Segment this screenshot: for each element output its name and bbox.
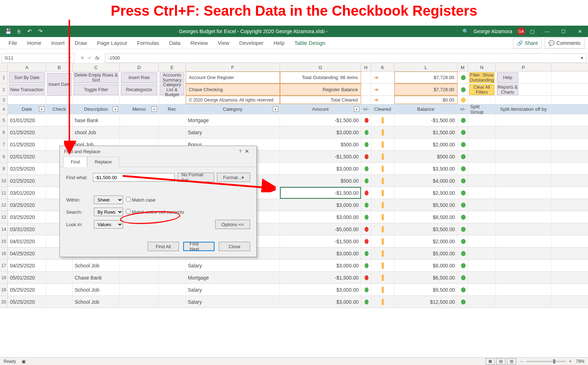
filter-dropdown-icon[interactable]: ▾ (39, 106, 44, 112)
cell-pm2[interactable] (457, 187, 468, 199)
col-header-p[interactable]: P (496, 64, 551, 71)
cell-date[interactable]: 01/01/2020 (8, 114, 46, 126)
help-button[interactable]: Help (497, 72, 518, 83)
cell-date[interactable]: 03/25/2020 (8, 211, 46, 223)
cell-balance[interactable]: $4,000.00 (394, 175, 457, 187)
cell-split-item[interactable] (496, 139, 551, 150)
cell-memo[interactable] (120, 114, 159, 126)
cell-amount[interactable]: $500.00 (280, 139, 361, 150)
row-header[interactable]: 8 (0, 151, 8, 162)
cell-date[interactable]: 02/25/2020 (8, 175, 46, 187)
view-page-break-icon[interactable]: ▥ (507, 358, 516, 365)
cell-split-item[interactable] (496, 163, 551, 174)
col-header-d[interactable]: D (120, 64, 159, 71)
cell-balance[interactable]: $1,500.00 (394, 126, 457, 138)
header-rec[interactable]: Rec (159, 104, 186, 114)
cell-split-group[interactable] (468, 223, 496, 235)
cell-check[interactable] (46, 272, 73, 283)
cell-pm2[interactable] (457, 163, 468, 174)
minimize-button[interactable]: — (539, 26, 555, 37)
cell-split-item[interactable] (496, 114, 551, 126)
cell-pm2[interactable] (457, 114, 468, 126)
col-header-m[interactable]: M (457, 64, 468, 71)
header-split-item[interactable]: Split itemization off by (496, 104, 551, 114)
cell-date[interactable]: 02/01/2020 (8, 151, 46, 162)
recategorize-button[interactable]: Recategorize (121, 84, 157, 95)
cell-description[interactable]: hase Bank (73, 114, 120, 126)
cell-pm[interactable] (361, 260, 371, 271)
insert-row-button[interactable]: Insert Row (121, 72, 157, 83)
header-check[interactable]: Check (46, 104, 73, 114)
cell-balance[interactable]: $8,000.00 (394, 260, 457, 271)
cell-pm[interactable] (361, 126, 371, 138)
cell-split-item[interactable] (496, 223, 551, 235)
cell-split-group[interactable] (468, 139, 496, 150)
comments-button[interactable]: 💬Comments (545, 38, 584, 48)
cell-pm[interactable] (361, 247, 371, 259)
cell-pm2[interactable] (457, 139, 468, 150)
cell-check[interactable] (46, 296, 73, 308)
cell-cleared[interactable] (371, 139, 394, 150)
ribbon-display-icon[interactable]: ▢ (530, 28, 535, 34)
cell-date[interactable]: 04/01/2020 (8, 235, 46, 247)
view-normal-icon[interactable]: ▦ (486, 358, 495, 365)
find-all-button[interactable]: Find All (148, 242, 179, 251)
cell-date[interactable]: 05/01/2020 (8, 272, 46, 283)
row-header[interactable]: 6 (0, 126, 8, 138)
cell-pm2[interactable] (457, 223, 468, 235)
within-select[interactable]: Sheet (94, 195, 123, 204)
cell-split-item[interactable] (496, 284, 551, 296)
tab-review[interactable]: Review (185, 37, 213, 49)
col-header-l[interactable]: L (394, 64, 457, 71)
options-button[interactable]: Options << (215, 220, 250, 229)
tab-replace[interactable]: Replace (87, 157, 119, 167)
cell-description[interactable]: School Job (73, 296, 120, 308)
cell-cleared[interactable] (371, 163, 394, 174)
cell-description[interactable]: Chase Bank (73, 272, 120, 283)
cell-cleared[interactable] (371, 151, 394, 162)
cell-description[interactable]: School Job (73, 260, 120, 271)
cell-cleared[interactable] (371, 126, 394, 138)
col-header-k[interactable]: K (371, 64, 394, 71)
cell-cleared[interactable] (371, 211, 394, 223)
cell-split-item[interactable] (496, 296, 551, 308)
close-button[interactable]: ✕ (572, 26, 588, 37)
cell-split-group[interactable] (468, 187, 496, 199)
cell-split-group[interactable] (468, 235, 496, 247)
match-case-checkbox[interactable] (126, 197, 131, 202)
cell-split-item[interactable] (496, 260, 551, 271)
cell-memo[interactable] (120, 272, 159, 283)
header-description[interactable]: Description▾ (73, 104, 120, 114)
cell-cleared[interactable] (371, 199, 394, 211)
cell-pm2[interactable] (457, 272, 468, 283)
accounts-summary-button[interactable]: Accounts Summary (160, 72, 184, 83)
cell-date[interactable]: 05/25/2020 (8, 296, 46, 308)
cell-split-group[interactable] (468, 211, 496, 223)
cell-pm[interactable] (361, 187, 371, 199)
cell-date[interactable]: 04/25/2020 (8, 260, 46, 271)
cell-rec[interactable] (159, 296, 186, 308)
find-next-button[interactable]: Find Next (183, 242, 214, 251)
header-memo[interactable]: Memo▾ (120, 104, 159, 114)
cell-cleared[interactable] (371, 175, 394, 187)
cell-check[interactable] (46, 114, 73, 126)
macro-record-icon[interactable]: ▣ (22, 359, 26, 364)
filter-dropdown-icon[interactable]: ▾ (273, 106, 278, 112)
cell-pm2[interactable] (457, 175, 468, 187)
cell-balance[interactable]: $6,500.00 (394, 272, 457, 283)
cell-split-item[interactable] (496, 126, 551, 138)
cell-amount[interactable]: -$5,000.00 (280, 223, 361, 235)
filter-dropdown-icon[interactable]: ▾ (152, 106, 157, 112)
cell-pm2[interactable] (457, 247, 468, 259)
cell-split-group[interactable] (468, 151, 496, 162)
format-button[interactable]: Format... ▾ (217, 173, 250, 182)
cell-amount[interactable]: $3,000.00 (280, 163, 361, 174)
cell-pm[interactable] (361, 296, 371, 308)
cell-cleared[interactable] (371, 235, 394, 247)
cell-cleared[interactable] (371, 296, 394, 308)
match-entire-checkbox[interactable] (126, 209, 131, 214)
cell-rec[interactable] (159, 260, 186, 271)
row-header[interactable]: 18 (0, 272, 8, 283)
col-header-a[interactable]: A (8, 64, 46, 71)
cell-split-group[interactable] (468, 272, 496, 283)
